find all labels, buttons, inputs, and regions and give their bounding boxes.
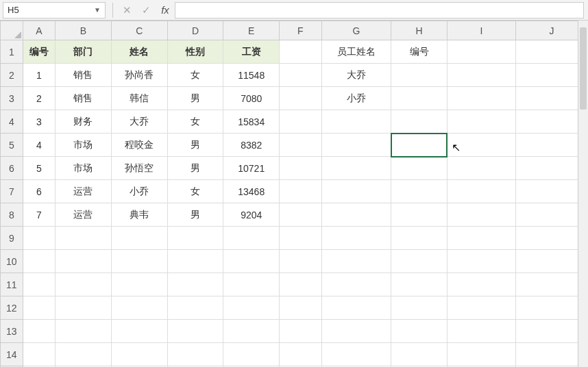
cell-D8[interactable]: 男 (167, 203, 223, 227)
cell-A8[interactable]: 7 (23, 203, 56, 227)
row-header-13[interactable]: 13 (1, 320, 23, 343)
cell-D11[interactable] (167, 273, 223, 296)
cell-I3[interactable] (447, 87, 515, 110)
cell-H6[interactable] (391, 157, 448, 180)
cell-F12[interactable] (280, 296, 321, 320)
column-header-F[interactable]: F (280, 21, 321, 40)
cell-G11[interactable] (321, 273, 391, 296)
cell-G2[interactable]: 大乔 (321, 64, 391, 87)
cell-B9[interactable] (56, 227, 112, 250)
cell-I9[interactable] (447, 227, 515, 250)
cell-I11[interactable] (447, 273, 515, 296)
cell-D2[interactable]: 女 (167, 64, 223, 87)
cell-C5[interactable]: 程咬金 (111, 134, 167, 157)
cell-F11[interactable] (280, 273, 321, 296)
cell-J1[interactable] (515, 40, 587, 64)
cell-B3[interactable]: 销售 (56, 87, 112, 110)
fx-button[interactable]: fx (156, 2, 175, 18)
dropdown-icon[interactable]: ▼ (94, 6, 101, 14)
cell-J2[interactable] (515, 64, 587, 87)
cell-J10[interactable] (515, 250, 587, 273)
cell-H10[interactable] (391, 250, 448, 273)
cell-F5[interactable] (280, 134, 321, 157)
row-header-4[interactable]: 4 (1, 110, 23, 134)
cell-C2[interactable]: 孙尚香 (111, 64, 167, 87)
cell-H12[interactable] (391, 296, 448, 320)
cell-H14[interactable] (391, 343, 448, 366)
cell-F1[interactable] (280, 40, 321, 64)
cell-F2[interactable] (280, 64, 321, 87)
cell-H11[interactable] (391, 273, 448, 296)
cell-I4[interactable] (447, 110, 515, 134)
cell-A10[interactable] (23, 250, 56, 273)
cell-E6[interactable]: 10721 (223, 157, 280, 180)
cell-E13[interactable] (223, 320, 280, 343)
vertical-scrollbar[interactable] (578, 21, 588, 367)
cell-F4[interactable] (280, 110, 321, 134)
cell-C12[interactable] (111, 296, 167, 320)
cell-D1[interactable]: 性别 (167, 40, 223, 64)
cell-B2[interactable]: 销售 (56, 64, 112, 87)
cell-B7[interactable]: 运营 (56, 180, 112, 203)
cell-D7[interactable]: 女 (167, 180, 223, 203)
cell-H2[interactable] (391, 64, 448, 87)
cell-A3[interactable]: 2 (23, 87, 56, 110)
cell-J6[interactable] (515, 157, 587, 180)
cell-E12[interactable] (223, 296, 280, 320)
scrollbar-thumb[interactable] (580, 27, 587, 110)
cell-H4[interactable] (391, 110, 448, 134)
cell-J12[interactable] (515, 296, 587, 320)
cell-I2[interactable] (447, 64, 515, 87)
cell-I10[interactable] (447, 250, 515, 273)
cell-I7[interactable] (447, 180, 515, 203)
cell-H1[interactable]: 编号 (391, 40, 448, 64)
cell-B4[interactable]: 财务 (56, 110, 112, 134)
cell-G1[interactable]: 员工姓名 (321, 40, 391, 64)
row-header-1[interactable]: 1 (1, 40, 23, 64)
name-box[interactable]: H5 ▼ (3, 2, 106, 18)
cell-G4[interactable] (321, 110, 391, 134)
cell-E4[interactable]: 15834 (223, 110, 280, 134)
row-header-3[interactable]: 3 (1, 87, 23, 110)
cell-A14[interactable] (23, 343, 56, 366)
cell-A7[interactable]: 6 (23, 180, 56, 203)
cell-D13[interactable] (167, 320, 223, 343)
cell-D9[interactable] (167, 227, 223, 250)
cell-H13[interactable] (391, 320, 448, 343)
cell-A13[interactable] (23, 320, 56, 343)
cell-F14[interactable] (280, 343, 321, 366)
cell-J8[interactable] (515, 203, 587, 227)
cell-J13[interactable] (515, 320, 587, 343)
cell-C8[interactable]: 典韦 (111, 203, 167, 227)
cell-E5[interactable]: 8382 (223, 134, 280, 157)
cell-G13[interactable] (321, 320, 391, 343)
cell-E11[interactable] (223, 273, 280, 296)
cell-A5[interactable]: 4 (23, 134, 56, 157)
cell-E2[interactable]: 11548 (223, 64, 280, 87)
cell-B8[interactable]: 运营 (56, 203, 112, 227)
cell-E1[interactable]: 工资 (223, 40, 280, 64)
cell-C11[interactable] (111, 273, 167, 296)
cell-B12[interactable] (56, 296, 112, 320)
cell-J11[interactable] (515, 273, 587, 296)
cell-D12[interactable] (167, 296, 223, 320)
cell-D6[interactable]: 男 (167, 157, 223, 180)
cell-G14[interactable] (321, 343, 391, 366)
row-header-8[interactable]: 8 (1, 203, 23, 227)
cell-J5[interactable] (515, 134, 587, 157)
cell-B5[interactable]: 市场 (56, 134, 112, 157)
cell-G3[interactable]: 小乔 (321, 87, 391, 110)
cell-H9[interactable] (391, 227, 448, 250)
cell-E3[interactable]: 7080 (223, 87, 280, 110)
cell-B6[interactable]: 市场 (56, 157, 112, 180)
cell-C9[interactable] (111, 227, 167, 250)
cell-D3[interactable]: 男 (167, 87, 223, 110)
cell-A2[interactable]: 1 (23, 64, 56, 87)
cell-E7[interactable]: 13468 (223, 180, 280, 203)
row-header-7[interactable]: 7 (1, 180, 23, 203)
cell-E9[interactable] (223, 227, 280, 250)
cell-B11[interactable] (56, 273, 112, 296)
cell-E14[interactable] (223, 343, 280, 366)
column-header-B[interactable]: B (56, 21, 112, 40)
cell-C6[interactable]: 孙悟空 (111, 157, 167, 180)
